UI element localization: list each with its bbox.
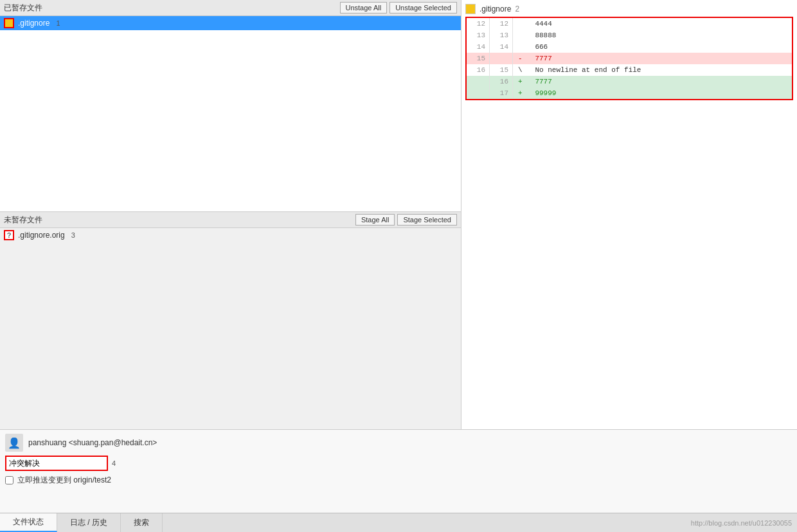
line-num-new: 14: [490, 41, 513, 53]
tab-file-status[interactable]: 文件状态: [0, 513, 57, 532]
line-num-old: [467, 76, 490, 87]
diff-line: 1212 4444: [467, 18, 792, 30]
line-code: - 7777: [513, 53, 552, 64]
staged-title: 已暂存文件: [4, 3, 42, 13]
staged-file-badge: 1: [56, 19, 60, 27]
unstaged-file-list: ? .gitignore.orig 3: [0, 228, 461, 429]
unstaged-header: 未暂存文件 Stage All Stage Selected: [0, 212, 461, 228]
diff-filename: .gitignore: [479, 4, 511, 13]
staged-section: 已暂存文件 Unstage All Unstage Selected .giti…: [0, 0, 461, 212]
staged-file-item[interactable]: .gitignore 1: [0, 16, 461, 30]
tab-search[interactable]: 搜索: [121, 513, 163, 532]
diff-container: 1212 44441313 888881414 66615- 77771615\…: [465, 17, 793, 100]
author-row: 👤 panshuang <shuang.pan@hedait.cn>: [5, 434, 792, 452]
right-panel: .gitignore 2 1212 44441313 888881414 666…: [461, 0, 797, 429]
commit-badge: 4: [112, 459, 116, 467]
tab-bar: 文件状态 日志 / 历史 搜索 http://blog.csdn.net/u01…: [0, 513, 797, 532]
commit-message-input[interactable]: [5, 456, 108, 471]
line-code: + 7777: [513, 76, 552, 87]
line-num-old: 15: [467, 53, 490, 64]
line-code: + 99999: [513, 87, 556, 99]
unstage-all-button[interactable]: Unstage All: [340, 2, 388, 13]
tab-file-status-label: 文件状态: [13, 517, 44, 528]
watermark: http://blog.csdn.net/u012230055: [691, 513, 797, 532]
staged-header: 已暂存文件 Unstage All Unstage Selected: [0, 0, 461, 16]
line-num-old: 12: [467, 18, 490, 30]
bottom-section: 👤 panshuang <shuang.pan@hedait.cn> 4 立即推…: [0, 429, 797, 513]
line-num-new: 15: [490, 64, 513, 76]
diff-file-icon: [465, 4, 476, 14]
file-icon-gitignore: [4, 18, 14, 28]
line-num-new: 12: [490, 18, 513, 30]
line-num-new: [490, 53, 513, 64]
unstaged-buttons: Stage All Stage Selected: [355, 214, 457, 226]
unstaged-filename: .gitignore.orig: [18, 231, 65, 240]
diff-line: 17+ 99999: [467, 87, 792, 99]
push-label: 立即推送变更到 origin/test2: [17, 475, 111, 486]
push-checkbox[interactable]: [5, 476, 13, 484]
unstaged-section: 未暂存文件 Stage All Stage Selected ? .gitign…: [0, 212, 461, 429]
line-num-old: 13: [467, 30, 490, 41]
line-code: 666: [513, 41, 548, 53]
author-name: panshuang <shuang.pan@hedait.cn>: [28, 438, 157, 447]
line-num-old: 14: [467, 41, 490, 53]
avatar: 👤: [5, 434, 23, 452]
diff-line: 1615\ No newline at end of file: [467, 64, 792, 76]
staged-file-list: .gitignore 1: [0, 16, 461, 211]
diff-line: 1313 88888: [467, 30, 792, 41]
commit-input-wrapper: [5, 456, 108, 471]
tab-log-history[interactable]: 日志 / 历史: [57, 513, 121, 532]
file-icon-orig: ?: [4, 230, 14, 240]
unstaged-file-badge: 3: [71, 231, 75, 239]
staged-filename: .gitignore: [18, 19, 49, 28]
left-panel: 已暂存文件 Unstage All Unstage Selected .giti…: [0, 0, 461, 429]
diff-line: 16+ 7777: [467, 76, 792, 87]
diff-badge: 2: [515, 4, 519, 13]
line-num-new: 16: [490, 76, 513, 87]
line-code: 4444: [513, 18, 552, 30]
push-checkbox-row: 立即推送变更到 origin/test2: [5, 475, 792, 486]
unstaged-title: 未暂存文件: [4, 215, 42, 226]
unstage-selected-button[interactable]: Unstage Selected: [390, 2, 457, 13]
stage-all-button[interactable]: Stage All: [355, 214, 395, 226]
tab-log-history-label: 日志 / 历史: [70, 517, 107, 528]
diff-line: 1414 666: [467, 41, 792, 53]
diff-line: 15- 7777: [467, 53, 792, 64]
diff-lines: 1212 44441313 888881414 66615- 77771615\…: [467, 18, 792, 99]
commit-input-row: 4: [5, 456, 792, 471]
line-num-new: 13: [490, 30, 513, 41]
line-code: \ No newline at end of file: [513, 64, 641, 76]
line-num-new: 17: [490, 87, 513, 99]
staged-buttons: Unstage All Unstage Selected: [340, 2, 458, 13]
line-num-old: [467, 87, 490, 99]
unstaged-file-item[interactable]: ? .gitignore.orig 3: [0, 228, 461, 242]
tab-search-label: 搜索: [134, 517, 149, 528]
stage-selected-button[interactable]: Stage Selected: [397, 214, 457, 226]
line-code: 88888: [513, 30, 556, 41]
line-num-old: 16: [467, 64, 490, 76]
diff-header: .gitignore 2: [465, 4, 793, 14]
